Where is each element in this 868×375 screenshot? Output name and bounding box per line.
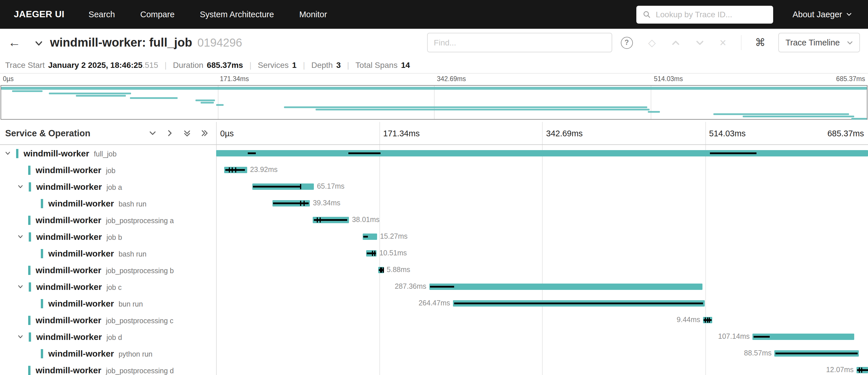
span-duration-label: 39.34ms <box>313 195 340 212</box>
critical-path-segment <box>364 236 368 237</box>
collapse-trace-chevron-icon[interactable] <box>34 39 43 48</box>
span-row[interactable]: windmill-workerbash run10.51ms <box>0 245 868 262</box>
span-bar[interactable] <box>429 284 703 290</box>
next-result-button[interactable] <box>695 38 704 47</box>
span-row-label[interactable]: windmill-workerjob_postprocessing c <box>0 312 216 328</box>
expand-chevron-icon[interactable] <box>17 183 29 190</box>
prev-result-button[interactable] <box>672 38 680 47</box>
focus-span-icon[interactable]: ◇ <box>648 38 656 48</box>
operation-name: job c <box>106 284 122 292</box>
collapse-all-icon[interactable] <box>183 129 191 137</box>
span-row-track[interactable]: 23.92ms <box>216 162 868 178</box>
span-row-label[interactable]: windmill-workerfull_job <box>0 145 216 162</box>
span-row-track[interactable]: 38.01ms <box>216 212 868 228</box>
span-names: windmill-workerbun run <box>48 298 143 308</box>
span-row-label[interactable]: windmill-workerjob d <box>0 328 216 345</box>
span-row[interactable]: windmill-workerjob23.92ms <box>0 162 868 178</box>
back-arrow-button[interactable]: ← <box>8 36 25 49</box>
span-row-track[interactable]: 88.57ms <box>216 345 868 362</box>
expand-chevron-icon[interactable] <box>17 284 29 290</box>
critical-path-segment <box>454 302 703 304</box>
span-row-label[interactable]: windmill-workerbash run <box>0 195 216 212</box>
span-bar[interactable] <box>216 150 868 156</box>
span-row-label[interactable]: windmill-workerjob c <box>0 278 216 295</box>
span-row-label[interactable]: windmill-workerjob_postprocessing b <box>0 262 216 278</box>
span-row-track[interactable]: 12.07ms <box>216 362 868 375</box>
expand-chevron-icon[interactable] <box>17 233 29 240</box>
span-row[interactable]: windmill-workerpython run88.57ms <box>0 345 868 362</box>
minimap-canvas[interactable] <box>1 85 867 120</box>
service-color-bar <box>28 366 30 375</box>
span-row-track[interactable]: 5.88ms <box>216 262 868 278</box>
span-row-label[interactable]: windmill-workerjob a <box>0 178 216 195</box>
span-row-track[interactable]: 107.14ms <box>216 328 868 345</box>
span-row-track[interactable] <box>216 145 868 162</box>
nav-menu: Search Compare System Architecture Monit… <box>89 10 327 19</box>
expand-chevron-icon[interactable] <box>17 334 29 340</box>
span-row-track[interactable]: 264.47ms <box>216 295 868 312</box>
keyboard-shortcuts-icon[interactable]: ⌘ <box>755 37 765 48</box>
minimap-span <box>316 109 650 110</box>
minimap-span <box>49 93 131 94</box>
critical-path-tick <box>709 317 710 323</box>
span-row-label[interactable]: windmill-workerbun run <box>0 295 216 312</box>
service-color-bar <box>41 199 43 208</box>
about-jaeger-menu[interactable]: About Jaeger <box>793 10 852 19</box>
span-row-track[interactable]: 287.36ms <box>216 278 868 295</box>
trace-view-selector[interactable]: Trace Timeline <box>779 33 860 52</box>
critical-path-tick <box>705 317 706 323</box>
trace-header: ← windmill-worker: full_job 0194296 ? ◇ … <box>0 29 868 56</box>
expand-one-icon[interactable] <box>166 129 174 137</box>
collapse-one-icon[interactable] <box>149 129 156 137</box>
span-row-track[interactable]: 65.17ms <box>216 178 868 195</box>
span-row[interactable]: windmill-workerjob b15.27ms <box>0 228 868 245</box>
operation-name: job d <box>106 334 122 342</box>
jaeger-trace-page: JAEGER UI Search Compare System Architec… <box>0 0 868 375</box>
span-row[interactable]: windmill-workerbun run264.47ms <box>0 295 868 312</box>
span-row-label[interactable]: windmill-workerjob b <box>0 228 216 245</box>
tick-label: 514.03ms <box>709 128 746 138</box>
critical-path-segment <box>314 219 347 221</box>
span-row[interactable]: windmill-workerfull_job <box>0 145 868 162</box>
critical-path-segment <box>775 352 858 354</box>
expand-all-icon[interactable] <box>200 129 208 137</box>
minimap-axis: 0µs171.34ms342.69ms514.03ms685.37ms <box>0 75 868 84</box>
span-row[interactable]: windmill-workerjob_postprocessing d12.07… <box>0 362 868 375</box>
span-row-track[interactable]: 9.44ms <box>216 312 868 328</box>
span-duration-label: 264.47ms <box>418 295 450 312</box>
trace-summary-bar: Trace Start January 2 2025, 18:46:25.515… <box>0 56 868 74</box>
span-row-label[interactable]: windmill-workerpython run <box>0 345 216 362</box>
trace-lookup-input[interactable] <box>654 9 767 20</box>
service-color-bar <box>16 149 19 158</box>
timeline-axis: 0µs171.34ms342.69ms514.03ms685.37ms <box>216 122 868 144</box>
help-icon[interactable]: ? <box>621 36 632 49</box>
service-color-bar <box>41 349 43 358</box>
find-input[interactable] <box>427 33 612 52</box>
span-row[interactable]: windmill-workerjob a65.17ms <box>0 178 868 195</box>
span-row-label[interactable]: windmill-workerjob_postprocessing d <box>0 362 216 375</box>
nav-item-monitor[interactable]: Monitor <box>299 10 327 19</box>
span-row[interactable]: windmill-workerjob_postprocessing c9.44m… <box>0 312 868 328</box>
critical-path-tick <box>861 368 862 373</box>
span-row-track[interactable]: 15.27ms <box>216 228 868 245</box>
span-row[interactable]: windmill-workerjob_postprocessing a38.01… <box>0 212 868 228</box>
span-duration-label: 12.07ms <box>826 362 854 375</box>
nav-item-system-architecture[interactable]: System Architecture <box>200 10 274 19</box>
minimap-span <box>12 90 42 92</box>
operation-name: bash run <box>118 200 146 208</box>
span-row-track[interactable]: 39.34ms <box>216 195 868 212</box>
expand-chevron-icon[interactable] <box>5 150 16 156</box>
nav-item-compare[interactable]: Compare <box>140 10 175 19</box>
clear-search-icon[interactable]: × <box>720 37 726 48</box>
jaeger-logo[interactable]: JAEGER UI <box>14 9 64 20</box>
span-row-track[interactable]: 10.51ms <box>216 245 868 262</box>
span-row-label[interactable]: windmill-workerbash run <box>0 245 216 262</box>
span-row[interactable]: windmill-workerjob d107.14ms <box>0 328 868 345</box>
span-row[interactable]: windmill-workerjob c287.36ms <box>0 278 868 295</box>
span-row-label[interactable]: windmill-workerjob_postprocessing a <box>0 212 216 228</box>
service-name: windmill-worker <box>36 282 102 292</box>
span-row[interactable]: windmill-workerjob_postprocessing b5.88m… <box>0 262 868 278</box>
nav-item-search[interactable]: Search <box>89 10 115 19</box>
span-row[interactable]: windmill-workerbash run39.34ms <box>0 195 868 212</box>
span-row-label[interactable]: windmill-workerjob <box>0 162 216 178</box>
